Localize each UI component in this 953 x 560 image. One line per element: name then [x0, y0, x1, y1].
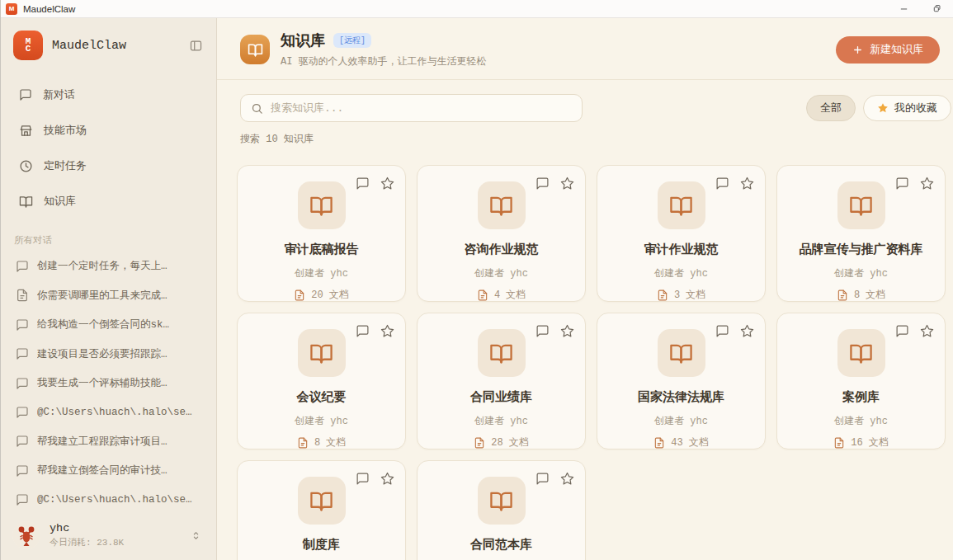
book-open-icon — [658, 181, 705, 229]
conversation-item[interactable]: 创建一个定时任务，每天上… — [11, 252, 208, 281]
doc-count-label: 文档 — [689, 435, 709, 449]
doc-count-label: 文档 — [866, 288, 885, 302]
filter-all-button[interactable]: 全部 — [806, 95, 856, 121]
user-usage: 今日消耗: 23.8K — [50, 536, 124, 548]
document-icon — [477, 289, 488, 301]
card-favorite-star-icon[interactable] — [560, 176, 574, 191]
conversation-item[interactable]: 你需要调哪里的工具来完成… — [11, 281, 208, 311]
knowledge-base-card[interactable]: 合同业绩库 创建者 yhc 28 文档 — [417, 313, 586, 449]
card-favorite-star-icon[interactable] — [380, 472, 394, 486]
sidebar-menu-item[interactable]: 定时任务 — [11, 151, 206, 181]
knowledge-base-card[interactable]: 品牌宣传与推广资料库 创建者 yhc 8 文档 — [776, 165, 946, 302]
document-icon — [837, 289, 848, 301]
user-name: yhc — [50, 522, 124, 534]
card-chat-icon[interactable] — [535, 324, 550, 338]
page-title: 知识库 — [281, 31, 325, 50]
card-title: 国家法律法规库 — [607, 389, 755, 405]
doc-count-value: 8 — [854, 289, 860, 301]
card-chat-icon[interactable] — [356, 472, 370, 486]
knowledge-base-grid: 审计底稿报告 创建者 yhc 20 文档 咨询作业规范 创建者 yhc — [217, 146, 953, 560]
card-favorite-star-icon[interactable] — [740, 324, 754, 338]
chevrons-up-down-icon[interactable] — [191, 530, 201, 541]
page-subtitle: AI 驱动的个人效率助手，让工作与生活更轻松 — [281, 54, 487, 68]
conversation-item[interactable]: 建设项目是否必须要招跟踪… — [11, 340, 208, 369]
document-icon — [474, 437, 485, 449]
card-favorite-star-icon[interactable] — [380, 176, 394, 191]
card-title: 审计底稿报告 — [248, 242, 395, 257]
filter-all-label: 全部 — [820, 101, 842, 115]
search-box[interactable] — [240, 94, 583, 122]
conversation-item[interactable]: 我要生成一个评标辅助技能… — [11, 369, 208, 398]
search-result-count: 搜索 10 知识库 — [217, 122, 953, 146]
doc-count-label: 文档 — [686, 288, 705, 302]
doc-count-value: 20 — [311, 289, 323, 301]
card-chat-icon[interactable] — [895, 176, 909, 191]
knowledge-base-card[interactable]: 审计作业规范 创建者 yhc 3 文档 — [597, 165, 766, 302]
card-chat-icon[interactable] — [356, 176, 370, 191]
card-favorite-star-icon[interactable] — [560, 472, 574, 486]
doc-count-value: 43 — [671, 437, 682, 449]
conversation-label: 帮我建立工程跟踪审计项目… — [37, 435, 167, 449]
doc-count-value: 3 — [674, 289, 680, 301]
search-input[interactable] — [271, 102, 572, 115]
menu-item-label: 知识库 — [44, 194, 76, 209]
maximize-button[interactable] — [920, 0, 953, 18]
conversation-label: 帮我建立倒签合同的审计技… — [37, 464, 167, 478]
knowledge-base-card[interactable]: 合同范本库 — [417, 460, 586, 560]
conversation-icon — [16, 260, 29, 273]
sidebar-menu-item[interactable]: 技能市场 — [11, 115, 206, 145]
new-knowledge-base-label: 新建知识库 — [870, 42, 923, 57]
minimize-button[interactable] — [887, 0, 920, 18]
conversation-item[interactable]: 帮我建立工程跟踪审计项目… — [11, 426, 208, 456]
book-open-icon — [478, 181, 526, 229]
collapse-sidebar-icon[interactable] — [189, 39, 203, 53]
card-chat-icon[interactable] — [715, 324, 729, 338]
card-title: 会议纪要 — [248, 389, 395, 405]
menu-item-icon — [19, 195, 33, 209]
menu-item-label: 新对话 — [43, 87, 75, 102]
card-favorite-star-icon[interactable] — [380, 324, 394, 338]
card-chat-icon[interactable] — [535, 472, 550, 486]
conversation-item[interactable]: @C:\Users\huach\.halo\se… — [11, 398, 208, 427]
card-chat-icon[interactable] — [535, 176, 550, 191]
app-icon: M — [6, 3, 17, 15]
filter-favorites-button[interactable]: 我的收藏 — [863, 95, 951, 121]
knowledge-base-card[interactable]: 会议纪要 创建者 yhc 8 文档 — [237, 313, 406, 449]
document-icon — [833, 437, 845, 449]
star-icon — [877, 102, 889, 114]
doc-count-label: 文档 — [506, 288, 526, 302]
doc-count-label: 文档 — [326, 435, 346, 449]
user-account-row[interactable]: yhc 今日消耗: 23.8K — [1, 514, 216, 560]
knowledge-base-card[interactable]: 制度库 — [237, 460, 406, 560]
book-open-icon — [478, 329, 526, 377]
window-titlebar: M MaudelClaw — [1, 0, 953, 18]
card-title: 审计作业规范 — [607, 242, 755, 257]
knowledge-base-card[interactable]: 国家法律法规库 创建者 yhc 43 文档 — [597, 313, 766, 449]
card-favorite-star-icon[interactable] — [560, 324, 574, 338]
knowledge-base-card[interactable]: 审计底稿报告 创建者 yhc 20 文档 — [237, 165, 406, 302]
card-chat-icon[interactable] — [715, 176, 729, 191]
card-title: 合同范本库 — [427, 537, 575, 553]
conversation-item[interactable]: 给我构造一个倒签合同的sk… — [11, 310, 208, 340]
knowledge-base-card[interactable]: 案例库 创建者 yhc 16 文档 — [776, 313, 946, 449]
conversation-item[interactable]: 帮我建立倒签合同的审计技… — [11, 456, 208, 486]
doc-count-label: 文档 — [329, 288, 349, 302]
card-chat-icon[interactable] — [895, 324, 909, 338]
sidebar-menu-item[interactable]: 新对话 — [11, 80, 206, 110]
user-avatar — [12, 521, 40, 549]
card-favorite-star-icon[interactable] — [920, 176, 934, 191]
new-knowledge-base-button[interactable]: 新建知识库 — [836, 36, 940, 64]
card-chat-icon[interactable] — [356, 324, 370, 338]
card-favorite-star-icon[interactable] — [920, 324, 934, 338]
conversation-icon — [16, 289, 29, 302]
document-icon — [653, 437, 665, 449]
conversation-icon — [16, 435, 29, 448]
app-logo: M C — [13, 31, 43, 60]
filter-favorites-label: 我的收藏 — [894, 101, 937, 115]
document-icon — [657, 289, 668, 301]
conversation-item[interactable]: @C:\Users\huach\.halo\se… — [11, 485, 208, 514]
card-document-count: 16 文档 — [787, 435, 935, 449]
sidebar-menu-item[interactable]: 知识库 — [11, 186, 206, 216]
knowledge-base-card[interactable]: 咨询作业规范 创建者 yhc 4 文档 — [417, 165, 586, 302]
card-favorite-star-icon[interactable] — [740, 176, 754, 191]
